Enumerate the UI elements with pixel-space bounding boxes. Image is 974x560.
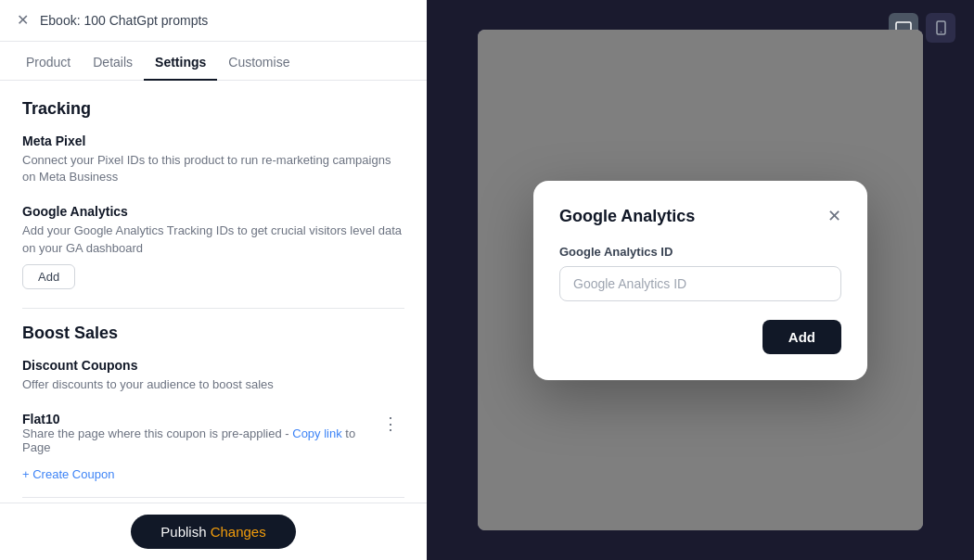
google-analytics-desc: Add your Google Analytics Tracking IDs t… [22, 223, 404, 256]
divider-2 [22, 497, 404, 498]
mobile-icon-button[interactable] [926, 13, 955, 43]
content-area: Tracking Meta Pixel Connect your Pixel I… [0, 81, 427, 503]
coupon-name: Flat10 [22, 412, 377, 426]
discount-coupons-desc: Offer discounts to your audience to boos… [22, 376, 404, 393]
meta-pixel-item: Meta Pixel Connect your Pixel IDs to thi… [22, 134, 404, 185]
boost-sales-section-title: Boost Sales [22, 324, 404, 343]
publish-button[interactable]: Publish Changes [131, 515, 295, 549]
svg-point-3 [940, 32, 942, 33]
modal-label: Google Analytics ID [559, 245, 841, 259]
google-analytics-modal: Google Analytics ✕ Google Analytics ID A… [533, 181, 867, 380]
preview-container: Google Analytics ✕ Google Analytics ID A… [478, 30, 923, 530]
coupon-flat10: Flat10 Share the page where this coupon … [22, 412, 404, 454]
google-analytics-item: Google Analytics Add your Google Analyti… [22, 204, 404, 288]
tab-product[interactable]: Product [15, 42, 82, 81]
tracking-section-title: Tracking [22, 99, 404, 119]
modal-header: Google Analytics ✕ [559, 207, 841, 226]
left-panel: ✕ Ebook: 100 ChatGpt prompts Product Det… [0, 0, 427, 560]
discount-coupons-title: Discount Coupons [22, 358, 404, 373]
tab-customise[interactable]: Customise [217, 42, 301, 81]
modal-add-button[interactable]: Add [763, 320, 841, 354]
tab-settings[interactable]: Settings [144, 42, 217, 81]
top-bar: ✕ Ebook: 100 ChatGpt prompts [0, 0, 427, 42]
bottom-bar: Publish Changes [0, 503, 427, 560]
right-panel: Google Analytics ✕ Google Analytics ID A… [427, 0, 974, 560]
google-analytics-add-button[interactable]: Add [22, 264, 75, 289]
coupon-info: Flat10 Share the page where this coupon … [22, 412, 377, 454]
nav-tabs: Product Details Settings Customise [0, 42, 427, 81]
meta-pixel-desc: Connect your Pixel IDs to this product t… [22, 152, 404, 185]
coupon-desc: Share the page where this coupon is pre-… [22, 426, 377, 454]
create-coupon-link[interactable]: + Create Coupon [22, 467, 114, 481]
copy-link[interactable]: Copy link [292, 426, 341, 440]
page-title: Ebook: 100 ChatGpt prompts [40, 13, 208, 28]
divider-1 [22, 308, 404, 309]
google-analytics-title: Google Analytics [22, 204, 404, 219]
modal-overlay: Google Analytics ✕ Google Analytics ID A… [478, 30, 923, 530]
publish-label: Publish Changes [160, 524, 265, 540]
close-button[interactable]: ✕ [15, 11, 31, 30]
google-analytics-id-input[interactable] [559, 266, 841, 301]
meta-pixel-title: Meta Pixel [22, 134, 404, 148]
discount-coupons-item: Discount Coupons Offer discounts to your… [22, 358, 404, 393]
tab-details[interactable]: Details [82, 42, 144, 81]
coupon-options-button[interactable]: ⋮ [377, 412, 404, 436]
modal-title: Google Analytics [559, 207, 695, 226]
modal-close-button[interactable]: ✕ [827, 208, 841, 224]
